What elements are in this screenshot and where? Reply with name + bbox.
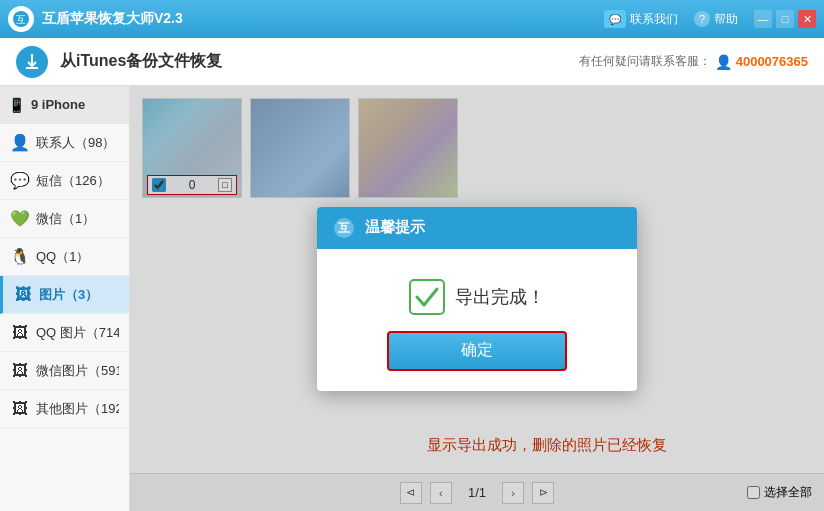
chat-icon: 💬 [604, 10, 626, 28]
qq-icon: 🐧 [10, 247, 30, 267]
modal-success-row: 导出完成！ [409, 279, 545, 315]
success-checkmark-icon [409, 279, 445, 315]
modal-body: 导出完成！ 确定 [317, 249, 637, 391]
app-title: 互盾苹果恢复大师V2.3 [42, 10, 183, 28]
wechat-icon: 💚 [10, 209, 30, 229]
sidebar-label-wechat-photos: 微信图片（591） [36, 362, 119, 380]
qq-photos-icon: 🖼 [10, 323, 30, 343]
sidebar-item-sms[interactable]: 💬 短信（126） [0, 162, 129, 200]
modal-header: 互 温馨提示 [317, 207, 637, 249]
app-logo: 互 [8, 6, 34, 32]
device-name: 9 iPhone [31, 97, 121, 112]
modal-success-text: 导出完成！ [455, 285, 545, 309]
sidebar-item-qq-photos[interactable]: 🖼 QQ 图片（7148） [0, 314, 129, 352]
sidebar: 📱 9 iPhone 👤 联系人（98） 💬 短信（126） 💚 微信（1） 🐧… [0, 86, 130, 511]
contact-btn[interactable]: 💬 联系我们 [604, 10, 678, 28]
page-title: 从iTunes备份文件恢复 [60, 51, 222, 72]
modal-header-icon: 互 [333, 217, 355, 239]
help-btn[interactable]: ? 帮助 [694, 11, 738, 28]
main-layout: 📱 9 iPhone 👤 联系人（98） 💬 短信（126） 💚 微信（1） 🐧… [0, 86, 824, 511]
content-area: 0 □ 显示导出成功，删除的照片已经恢复 ⊲ ‹ 1/1 › ⊳ [130, 86, 824, 511]
modal-box: 互 温馨提示 导出完成！ 确定 [317, 207, 637, 391]
sidebar-item-other-photos[interactable]: 🖼 其他图片（1923） [0, 390, 129, 428]
other-photos-icon: 🖼 [10, 399, 30, 419]
sidebar-label-sms: 短信（126） [36, 172, 119, 190]
sms-icon: 💬 [10, 171, 30, 191]
photos-icon: 🖼 [13, 285, 33, 305]
sidebar-label-qq: QQ（1） [36, 248, 119, 266]
sidebar-item-contacts[interactable]: 👤 联系人（98） [0, 124, 129, 162]
sidebar-label-contacts: 联系人（98） [36, 134, 119, 152]
window-controls: — □ ✕ [754, 10, 816, 28]
sidebar-item-wechat-photos[interactable]: 🖼 微信图片（591） [0, 352, 129, 390]
sidebar-device: 📱 9 iPhone [0, 86, 129, 124]
title-bar: 互 互盾苹果恢复大师V2.3 💬 联系我们 ? 帮助 — □ ✕ [0, 0, 824, 38]
maximize-btn[interactable]: □ [776, 10, 794, 28]
header-contact: 有任何疑问请联系客服： 👤 4000076365 [579, 53, 808, 70]
modal-title: 温馨提示 [365, 218, 425, 237]
header-logo [16, 46, 48, 78]
header-bar: 从iTunes备份文件恢复 有任何疑问请联系客服： 👤 4000076365 [0, 38, 824, 86]
sidebar-item-qq[interactable]: 🐧 QQ（1） [0, 238, 129, 276]
sidebar-label-wechat: 微信（1） [36, 210, 119, 228]
svg-rect-5 [410, 280, 444, 314]
svg-rect-2 [26, 67, 38, 69]
wechat-photos-icon: 🖼 [10, 361, 30, 381]
close-btn[interactable]: ✕ [798, 10, 816, 28]
minimize-btn[interactable]: — [754, 10, 772, 28]
title-bar-left: 互 互盾苹果恢复大师V2.3 [8, 6, 183, 32]
phone-number: 4000076365 [736, 54, 808, 69]
sidebar-label-photos: 图片（3） [39, 286, 119, 304]
modal-ok-button[interactable]: 确定 [387, 331, 567, 371]
contacts-icon: 👤 [10, 133, 30, 153]
title-bar-right: 💬 联系我们 ? 帮助 — □ ✕ [604, 10, 816, 28]
svg-text:互: 互 [16, 14, 26, 25]
sidebar-label-qq-photos: QQ 图片（7148） [36, 324, 119, 342]
sidebar-item-wechat[interactable]: 💚 微信（1） [0, 200, 129, 238]
sidebar-label-other-photos: 其他图片（1923） [36, 400, 119, 418]
modal-overlay: 互 温馨提示 导出完成！ 确定 [130, 86, 824, 511]
svg-text:互: 互 [338, 221, 351, 235]
sidebar-item-photos[interactable]: 🖼 图片（3） [0, 276, 129, 314]
